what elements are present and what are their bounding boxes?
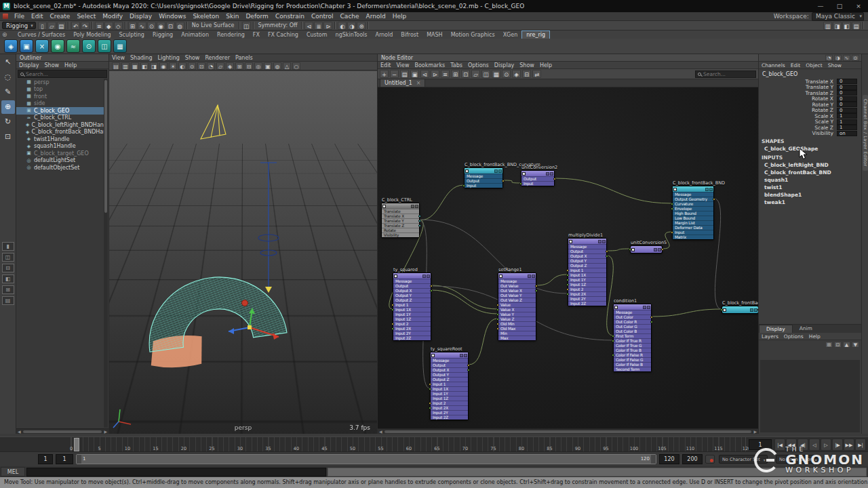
node-display-mode-icon[interactable] [654,248,657,251]
node-attr-row[interactable]: Input 1 [393,302,431,307]
node-expand-icon[interactable] [550,172,553,176]
menu-help[interactable]: Help [389,12,410,21]
input-port[interactable] [612,335,614,338]
menu-file[interactable]: File [11,12,28,21]
shelf-tab-custom[interactable]: Custom [302,31,332,39]
node-editor-search-input[interactable] [703,71,758,77]
channel-box-menu-object[interactable]: Object [803,62,825,68]
viewport-menu-shading[interactable]: Shading [127,55,155,61]
shelf-tool-8-icon[interactable]: ▦ [113,39,127,53]
node-attr-row[interactable]: Second Term [614,367,651,371]
node-display-mode-icon[interactable] [494,169,498,173]
time-slider[interactable]: 0510152025303540455055606570758085909510… [0,436,868,451]
node-attr-row[interactable]: Message [673,192,713,197]
select-tool-icon[interactable]: ↖ [1,56,15,69]
node-enable-checkbox-icon[interactable] [723,308,726,312]
channel-box-menu-show[interactable]: Show [825,62,844,68]
node-attr-row[interactable]: Output X [431,367,468,372]
node-attr-row[interactable]: Output X [568,253,606,258]
channel-value-field[interactable]: 0 [837,102,857,107]
go-to-end-button[interactable]: ▶| [855,439,866,451]
menu-skin[interactable]: Skin [222,12,242,21]
input-port[interactable] [391,308,394,311]
input-node-twist1[interactable]: twist1 [759,184,861,191]
viewport-canvas[interactable]: persp 3.7 fps [109,71,377,434]
menu-display[interactable]: Display [126,12,155,21]
node-attr-row[interactable]: Output Y [568,258,606,263]
node-condition1[interactable]: condition1MessageOut ColorOut Color ROut… [613,304,652,372]
node-editor-menu-tabs[interactable]: Tabs [448,62,465,68]
input-port[interactable] [391,304,394,306]
node-attr-row[interactable]: Out Value Z [498,298,536,302]
input-port[interactable] [566,269,569,272]
shelf-tab-xgen[interactable]: XGen [499,31,522,39]
node-connection-wire[interactable] [652,309,722,317]
outliner-item-top[interactable]: ▦top [16,86,104,94]
bookmarks-icon[interactable]: ▥ [121,62,130,70]
node-attr-row[interactable]: Matrix [673,235,713,239]
node-expand-icon[interactable] [709,188,713,191]
node-expand-icon[interactable] [532,274,535,278]
node-enable-checkbox-icon[interactable] [394,274,397,278]
node-attr-row[interactable]: Translate [382,209,419,214]
remove-node-icon[interactable]: − [390,70,399,78]
input-port[interactable] [671,203,673,205]
menu-deform[interactable]: Deform [242,12,271,21]
shelf-tab-rigging[interactable]: Rigging [149,31,177,39]
connected-view-icon[interactable]: ◫ [481,70,490,78]
input-port[interactable] [496,323,499,325]
node-connection-wire[interactable] [714,199,722,309]
layer-down-icon[interactable]: ▼ [852,342,859,348]
output-port[interactable] [418,215,421,218]
playback-end-field[interactable]: 120 [659,454,679,464]
symmetry-icon[interactable]: ◫ [242,22,251,30]
node-attr-row[interactable]: Input 2Y [568,296,606,301]
add-node-icon[interactable]: + [380,70,389,78]
menu-windows[interactable]: Windows [155,12,189,21]
channel-box-menu-edit[interactable]: Edit [788,62,804,68]
node-display-mode-icon[interactable] [750,308,753,312]
node-C_block_frontBack_B[interactable]: C_block_frontBack_B [722,306,758,314]
outliner-menu-display[interactable]: Display [16,62,42,68]
shelf-tool-6-icon[interactable]: ⊙ [82,39,96,53]
input-port[interactable] [566,279,569,281]
layer-menu-options[interactable]: Options [781,333,806,340]
current-frame-field[interactable]: 1 [749,439,772,450]
node-attr-row[interactable]: First Term [614,333,651,338]
input-port[interactable] [429,402,431,405]
mel-language-button[interactable]: MEL [1,467,25,476]
node-attr-row[interactable]: Color If True R [614,338,651,343]
outliner-search-input[interactable] [26,71,104,77]
node-connection-wire[interactable] [431,290,498,314]
layout-preset-6[interactable]: ▤ [2,296,14,305]
channel-attribute-row[interactable]: Scale Z1 [759,125,861,131]
node-editor-menu-show[interactable]: Show [517,62,537,68]
channel-box-side-tab[interactable]: Channel Box / Layer Editor [863,95,868,171]
layer-tab-anim[interactable]: Anim [793,325,819,333]
node-expand-icon[interactable] [427,274,430,278]
input-port[interactable] [519,182,522,185]
shelf-tab-fx-caching[interactable]: FX Caching [264,31,302,39]
node-attr-row[interactable]: Output [568,249,606,253]
outliner-search[interactable] [18,70,107,78]
node-enable-checkbox-icon[interactable] [569,240,572,243]
node-display-mode-icon[interactable] [643,306,646,309]
node-attr-row[interactable]: Message [614,310,651,314]
input-port[interactable] [391,323,394,325]
menuset-selector[interactable]: Rigging ▾ [2,22,36,29]
shelf-tool-7-icon[interactable]: ◫ [98,39,111,53]
close-button[interactable]: × [849,0,868,12]
pin-channelbox-icon[interactable]: ⊙ [852,55,859,61]
node-header[interactable] [568,239,606,244]
node-attr-row[interactable]: Input 1X [393,307,431,312]
shelf-tab-curves-surfaces[interactable]: Curves / Surfaces [14,31,69,39]
node-attr-row[interactable]: Input 1Z [568,282,606,287]
input-port[interactable] [496,308,499,311]
animation-end-field[interactable]: 200 [682,454,703,464]
shape-node-item[interactable]: C_block_GEOShape [759,145,861,152]
node-ty_squared[interactable]: ty_squaredMessageOutputOutput XOutput YO… [393,272,431,341]
select-hierarchy-icon[interactable]: ≡ [95,22,104,30]
node-display-mode-icon[interactable] [598,240,601,243]
output-port[interactable] [606,255,608,258]
node-attr-row[interactable]: Translate X [382,214,419,218]
